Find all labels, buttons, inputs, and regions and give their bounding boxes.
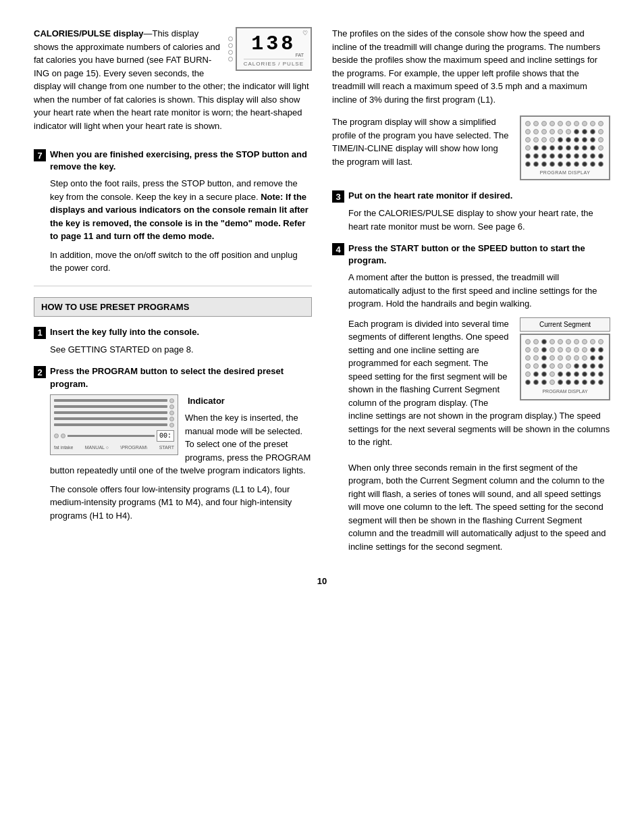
indicator-label-wrapper: Indicator xyxy=(185,394,312,408)
step7-number: 7 xyxy=(34,149,46,161)
dot4 xyxy=(228,57,233,61)
console-row1 xyxy=(54,398,174,403)
current-segment-display: PROGRAM DISPLAY xyxy=(520,334,610,401)
console-row5 xyxy=(54,423,174,427)
calories-number: 138 xyxy=(244,32,304,55)
step4-body: A moment after the button is pressed, th… xyxy=(348,271,610,553)
calories-label: CALORIES / PULSE xyxy=(244,59,304,67)
page-number: 10 xyxy=(34,576,610,586)
prog-grid xyxy=(525,121,605,168)
dot2 xyxy=(228,43,233,48)
step7-title: When you are finished exercising, press … xyxy=(50,149,312,173)
step3-title: Put on the heart rate monitor if desired… xyxy=(348,190,512,202)
step2: 2 Press the PROGRAM button to select the… xyxy=(34,365,312,527)
console-row6: 00: xyxy=(54,430,174,442)
label-program: \PROGRAM\ xyxy=(120,444,147,452)
program-display: PROGRAM DISPLAY xyxy=(520,115,610,180)
step3-header: 3 Put on the heart rate monitor if desir… xyxy=(332,190,610,203)
time-display: 00: xyxy=(157,430,174,442)
heart-indicator: ♡ xyxy=(302,30,308,36)
seg-grid xyxy=(525,339,605,386)
console-rows: 00: fat intake MANUAL ○ \PROGRAM\ START xyxy=(54,398,174,452)
step4-text1: A moment after the button is pressed, th… xyxy=(348,271,610,311)
indicator-label: Indicator xyxy=(188,394,225,408)
step7-header: 7 When you are finished exercising, pres… xyxy=(34,149,312,173)
step4-header: 4 Press the START button or the SPEED bu… xyxy=(332,242,610,267)
step2-body: 00: fat intake MANUAL ○ \PROGRAM\ START xyxy=(50,394,312,528)
console-image: 00: fat intake MANUAL ○ \PROGRAM\ START xyxy=(50,394,178,456)
step2-header: 2 Press the PROGRAM button to select the… xyxy=(34,365,312,390)
calories-title: CALORIES/PULSE xyxy=(34,28,111,38)
step7-body: Step onto the foot rails, press the STOP… xyxy=(50,177,312,275)
step1-text: See GETTING STARTED on page 8. xyxy=(50,343,312,357)
dot3 xyxy=(228,50,233,55)
dot1 xyxy=(228,36,233,41)
current-segment-section: Current Segment xyxy=(348,317,610,454)
console-row3 xyxy=(54,411,174,415)
step1-number: 1 xyxy=(34,327,46,339)
step1-header: 1 Insert the key fully into the console. xyxy=(34,326,312,339)
step1-title: Insert the key fully into the console. xyxy=(50,326,199,338)
right-column: The profiles on the sides of the console… xyxy=(332,27,610,563)
console-row2 xyxy=(54,405,174,409)
calories-display: 138 ♡ FAT CALORIES / PULSE xyxy=(236,27,312,71)
segment-display-label: PROGRAM DISPLAY xyxy=(525,388,605,396)
step2-title: Press the PROGRAM button to select the d… xyxy=(50,365,312,390)
left-column: 138 ♡ FAT CALORIES / PULSE CALORIES/PULS… xyxy=(34,27,312,563)
step7: 7 When you are finished exercising, pres… xyxy=(34,149,312,275)
calories-display-word: display xyxy=(113,28,144,38)
step7-body2: In addition, move the on/off switch to t… xyxy=(50,249,312,275)
current-segment-label: Current Segment xyxy=(520,317,610,332)
step2-text2: The console offers four low-intensity pr… xyxy=(50,483,312,523)
program-display-label: PROGRAM DISPLAY xyxy=(525,170,605,175)
console-bottom-labels: fat intake MANUAL ○ \PROGRAM\ START xyxy=(54,444,174,452)
step1-body: See GETTING STARTED on page 8. xyxy=(50,343,312,357)
calories-dots xyxy=(228,36,233,61)
step3: 3 Put on the heart rate monitor if desir… xyxy=(332,190,610,233)
label-manual: MANUAL ○ xyxy=(85,444,109,452)
step3-number: 3 xyxy=(332,190,344,203)
label-fat-intake: fat intake xyxy=(54,444,73,452)
label-start: START xyxy=(159,444,174,452)
page: 138 ♡ FAT CALORIES / PULSE CALORIES/PULS… xyxy=(0,0,644,834)
step4-number: 4 xyxy=(332,243,344,255)
preset-section-title: HOW TO USE PRESET PROGRAMS xyxy=(34,297,312,317)
step4: 4 Press the START button or the SPEED bu… xyxy=(332,242,610,553)
step2-number: 2 xyxy=(34,366,46,378)
step4-text3: When only three seconds remain in the fi… xyxy=(348,461,610,554)
step1: 1 Insert the key fully into the console.… xyxy=(34,326,312,357)
right-intro: The profiles on the sides of the console… xyxy=(332,27,610,106)
console-row4 xyxy=(54,417,174,421)
divider xyxy=(34,286,312,286)
step4-title: Press the START button or the SPEED butt… xyxy=(348,242,610,267)
program-display-section: PROGRAM DISPLAY The program display will… xyxy=(332,115,610,180)
current-segment-wrapper: Current Segment xyxy=(520,317,610,401)
calories-section: 138 ♡ FAT CALORIES / PULSE CALORIES/PULS… xyxy=(34,27,312,136)
step7-para1: Step onto the foot rails, press the STOP… xyxy=(50,177,312,243)
step3-text: For the CALORIES/PULSE display to show y… xyxy=(348,207,610,233)
step3-body: For the CALORIES/PULSE display to show y… xyxy=(348,207,610,233)
